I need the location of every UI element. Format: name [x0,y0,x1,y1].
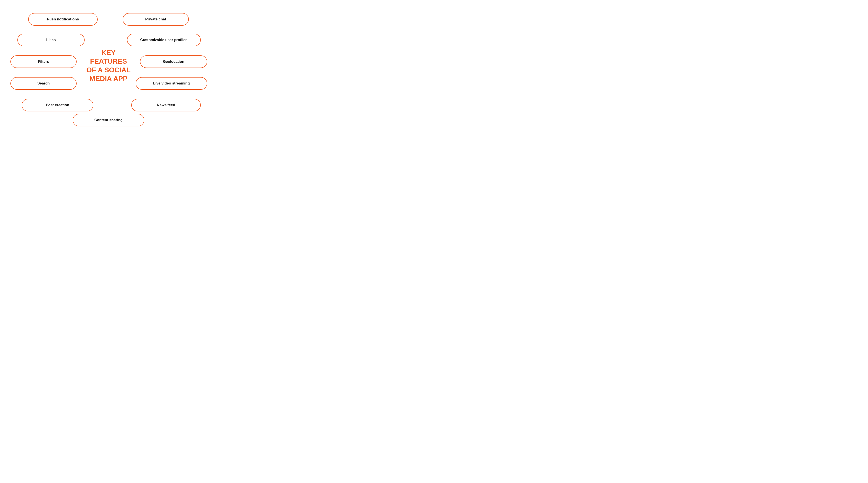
pill-push-notifications: Push notifications [28,13,98,26]
pill-filters: Filters [10,55,76,68]
center-line3: MEDIA APP [89,75,127,83]
pill-customizable-profiles: Customizable user profiles [127,34,201,46]
pill-live-video: Live video streaming [135,77,207,90]
center-line1: KEY FEATURES [90,49,127,65]
pill-private-chat: Private chat [123,13,189,26]
pill-search: Search [10,77,76,90]
center-label: KEY FEATURES OF A SOCIAL MEDIA APP [85,48,132,83]
pill-likes: Likes [18,34,85,46]
pill-content-sharing: Content sharing [73,114,144,126]
pill-geolocation: Geolocation [140,55,207,68]
pill-post-creation: Post creation [22,99,93,111]
diagram-container: KEY FEATURES OF A SOCIAL MEDIA APP Push … [0,0,217,135]
pill-news-feed: News feed [131,99,201,111]
center-line2: OF A SOCIAL [86,66,131,74]
